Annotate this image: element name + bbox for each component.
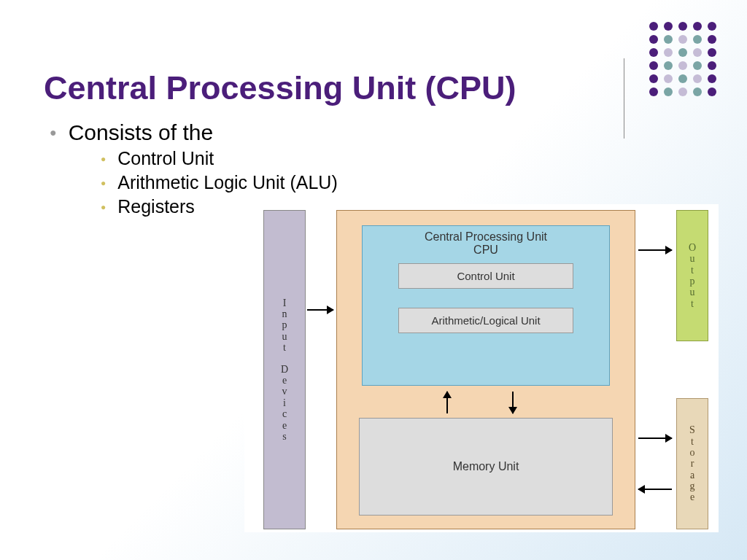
arrow-input-to-cpu <box>307 309 333 311</box>
slide-title: Central Processing Unit (CPU) <box>44 69 516 107</box>
control-unit-block: Control Unit <box>398 263 573 289</box>
vertical-divider <box>624 58 624 139</box>
input-devices-block: Input Devices <box>263 210 306 529</box>
main-unit-block: Central Processing Unit CPU Control Unit… <box>336 210 635 529</box>
memory-unit-block: Memory Unit <box>359 418 613 516</box>
arrow-main-to-storage <box>638 438 672 439</box>
arrow-cpu-to-memory <box>512 392 514 413</box>
output-block: Output <box>676 210 708 341</box>
cpu-diagram: Input Devices Central Processing Unit CP… <box>244 204 719 532</box>
arrow-cpu-to-output <box>638 249 672 251</box>
decoration-dots <box>649 22 718 96</box>
storage-label: Storage <box>689 424 695 503</box>
sub-bullet-2: Arithmetic Logic Unit (ALU) <box>101 172 338 193</box>
arrow-memory-to-cpu <box>446 392 448 413</box>
bullet-main: Consists of the <box>50 120 338 145</box>
alu-block: Arithmetic/Logical Unit <box>398 308 573 333</box>
cpu-block: Central Processing Unit CPU Control Unit… <box>362 225 610 386</box>
input-devices-label: Input Devices <box>281 298 288 443</box>
sub-bullet-1: Control Unit <box>101 148 338 169</box>
cpu-label: Central Processing Unit CPU <box>425 230 547 257</box>
arrow-storage-to-main <box>638 489 672 490</box>
storage-block: Storage <box>676 398 708 529</box>
output-label: Output <box>689 242 696 309</box>
